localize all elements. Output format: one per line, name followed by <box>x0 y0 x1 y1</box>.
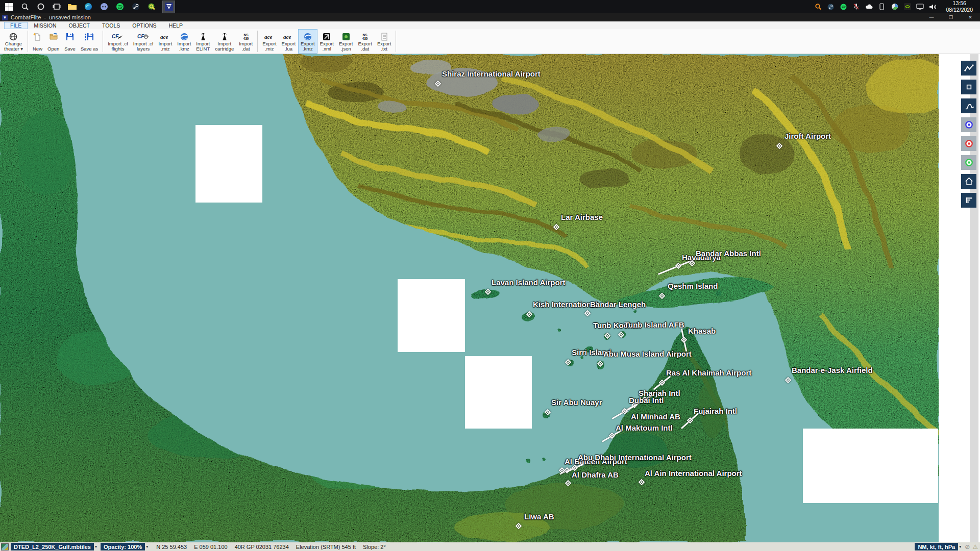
globe-icon <box>9 32 18 41</box>
microphone-muted-icon[interactable] <box>852 3 860 11</box>
menu-object[interactable]: OBJECT <box>63 22 96 29</box>
opacity-caret-icon[interactable]: ▾ <box>146 544 148 549</box>
display-icon[interactable] <box>916 3 924 11</box>
steam-icon[interactable] <box>131 3 140 11</box>
cursor-mgrs: 40R GP 02031 76234 <box>235 544 289 550</box>
qgis-icon[interactable] <box>147 3 156 11</box>
task-view-icon[interactable] <box>52 3 61 11</box>
dcs-icon: ace <box>264 32 275 41</box>
cortana-icon[interactable] <box>36 3 45 11</box>
blank-tile <box>803 429 938 503</box>
file-explorer-icon[interactable] <box>68 3 77 11</box>
layer-selector[interactable]: DTED_L2_250K_Gulf.mbtiles <box>11 543 94 550</box>
import-miz-button[interactable]: aceImport.miz <box>156 29 175 54</box>
menu-tools[interactable]: TOOLS <box>96 22 126 29</box>
antenna-icon <box>199 32 208 41</box>
import-dat-button[interactable]: NS430Import.dat <box>236 29 255 54</box>
close-button[interactable]: ✕ <box>961 13 980 21</box>
export-miz-button[interactable]: aceExport.miz <box>260 29 279 54</box>
open-button[interactable]: Open <box>45 29 62 54</box>
layer-caret-icon[interactable]: ▾ <box>95 544 97 549</box>
save-icon <box>65 32 75 41</box>
new-button[interactable]: New <box>30 29 45 54</box>
cursor-elevation: Elevation (SRTM) 545 ft <box>296 544 356 550</box>
bullseye-green-button[interactable] <box>961 155 976 170</box>
right-tool-panel <box>939 54 980 542</box>
toolbar-divider <box>396 31 396 52</box>
shape-tool-button[interactable] <box>961 80 976 94</box>
units-selector[interactable]: NM, kt, ft, hPa <box>915 543 958 550</box>
bullseye-blue-button[interactable] <box>961 117 976 132</box>
search-icon[interactable] <box>20 3 29 11</box>
import-elint-button[interactable]: ImportELINT <box>193 29 212 54</box>
notes-tool-button[interactable] <box>961 193 976 208</box>
xml-icon <box>322 32 331 41</box>
change-theater-button[interactable]: Changetheater ▾ <box>2 29 26 54</box>
export-lua-button[interactable]: aceExport.lua <box>279 29 298 54</box>
app-title: CombatFlite <box>11 14 41 20</box>
cursor-latitude: N 25 59.453 <box>156 544 187 550</box>
cflayers-icon: CF <box>137 32 150 41</box>
opacity-value: Opacity: 100% <box>104 544 142 550</box>
export-kmz-button[interactable]: Export.kmz <box>298 29 317 54</box>
blank-tile <box>398 279 465 352</box>
windows-start-icon[interactable] <box>5 3 13 11</box>
new-icon <box>33 32 42 41</box>
toolbar-groups: Changetheater ▾NewOpenSaveSave asCFImpor… <box>0 29 980 54</box>
opacity-selector[interactable]: Opacity: 100% <box>101 543 145 550</box>
nvidia-settings-icon[interactable] <box>903 3 911 11</box>
saveas-icon <box>85 32 94 41</box>
storage-pie-icon[interactable] <box>891 3 898 11</box>
cfflight-icon: CF <box>112 32 124 41</box>
combatflite-app-icon: ▼ <box>2 15 8 20</box>
maximize-button[interactable]: ❐ <box>941 13 961 21</box>
clock-time: 13:56 <box>946 0 973 7</box>
import-cartridge-button[interactable]: Importcartridge <box>212 29 236 54</box>
bullseye-red-button[interactable] <box>961 136 976 151</box>
clock-date: 08/12/2020 <box>946 7 973 13</box>
discord-icon[interactable] <box>100 3 108 11</box>
save-button[interactable]: Save <box>62 29 78 54</box>
minimize-button[interactable]: — <box>922 13 941 21</box>
onedrive-cloud-icon[interactable] <box>865 3 873 11</box>
export-xml-button[interactable]: Export.xml <box>317 29 336 54</box>
toolbar-divider <box>103 31 103 52</box>
everything-search-icon[interactable] <box>814 3 822 11</box>
dcs-icon: ace <box>160 32 171 41</box>
toolbar-divider <box>257 31 258 52</box>
units-caret-icon[interactable]: ▾ <box>959 544 961 549</box>
menu-help[interactable]: HELP <box>163 22 189 29</box>
export-dat-button[interactable]: NS430Export.dat <box>355 29 374 54</box>
combatflite-taskbar-icon[interactable] <box>163 1 175 13</box>
route-tool-button[interactable] <box>961 61 976 76</box>
svg-text:430: 430 <box>243 37 249 40</box>
map-canvas[interactable] <box>0 54 939 542</box>
blank-tile <box>195 125 262 203</box>
save-as-button[interactable]: Save as <box>78 29 101 54</box>
menu-file[interactable]: FILE <box>4 22 28 29</box>
window-controls: — ❐ ✕ <box>922 13 980 21</box>
edge-icon[interactable] <box>84 3 92 11</box>
spotify-tray-icon[interactable] <box>840 3 847 11</box>
spotify-icon[interactable] <box>115 3 124 11</box>
units-value: NM, kt, ft, hPa <box>918 544 955 550</box>
svg-text:NS: NS <box>243 33 249 37</box>
export-json-button[interactable]: Export.json <box>336 29 355 54</box>
toolbar: Changetheater ▾NewOpenSaveSave asCFImpor… <box>0 29 980 54</box>
ge-icon <box>180 32 189 41</box>
home-view-button[interactable] <box>961 174 976 189</box>
import-kmz-button[interactable]: Import.kmz <box>175 29 193 54</box>
phone-icon[interactable] <box>878 3 886 11</box>
volume-icon[interactable] <box>929 3 937 11</box>
svg-text:ace: ace <box>283 34 291 40</box>
title-bar: ▼ CombatFlite - unsaved mission — ❐ ✕ <box>0 13 980 21</box>
menu-mission[interactable]: MISSION <box>28 22 62 29</box>
curve-tool-button[interactable] <box>961 98 976 113</box>
steam-tray-icon[interactable] <box>827 3 835 11</box>
import-cf-layers-button[interactable]: CFImport .cflayers <box>131 29 156 54</box>
warning-icon: ⚠ <box>972 543 978 550</box>
import-cf-flights-button[interactable]: CFImport .cfflights <box>105 29 131 54</box>
menu-options[interactable]: OPTIONS <box>126 22 162 29</box>
export-txt-button[interactable]: Export.txt <box>375 29 394 54</box>
taskbar-clock[interactable]: 13:56 08/12/2020 <box>942 0 976 13</box>
